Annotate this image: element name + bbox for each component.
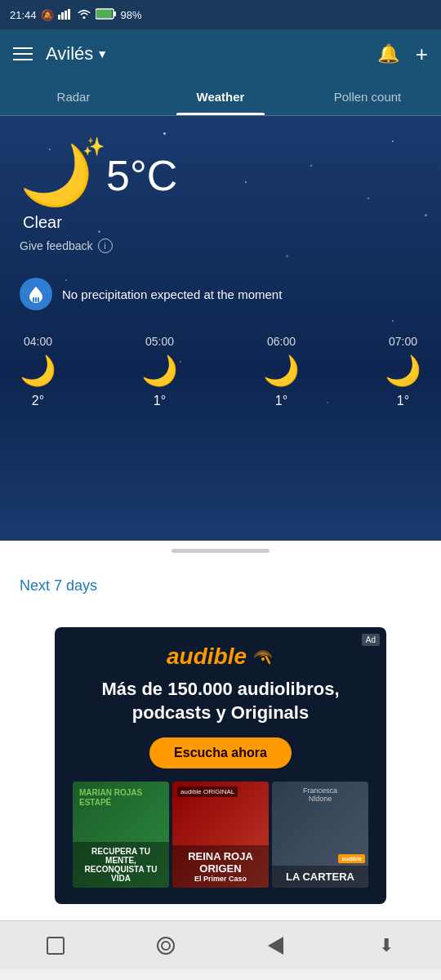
weather-condition: Clear: [23, 213, 62, 232]
add-icon[interactable]: +: [416, 42, 428, 67]
chevron-down-icon: ▼: [96, 47, 108, 60]
ad-cta-button[interactable]: Escucha ahora: [149, 737, 292, 768]
time-display: 21:44: [10, 9, 37, 21]
hour-icon-2: 🌙: [141, 356, 178, 385]
hour-time-4: 07:00: [389, 335, 417, 348]
book3-author: FrancescaNldone: [272, 782, 368, 808]
next7-section: Next 7 days: [0, 561, 441, 619]
tab-weather[interactable]: Weather: [147, 78, 294, 115]
book2-title: REINA ROJA ORIGEN El Primer Caso: [172, 845, 269, 888]
location-selector[interactable]: Avilés ▼: [46, 43, 108, 65]
book3-title: LA CARTERA: [272, 866, 368, 888]
hour-temp-4: 1°: [397, 394, 409, 408]
precip-text: No precipitation expected at the moment: [62, 287, 282, 301]
svg-point-4: [82, 16, 85, 19]
notification-icon[interactable]: 🔔: [377, 43, 399, 65]
hour-icon-1: 🌙: [20, 356, 56, 385]
svg-rect-6: [96, 10, 112, 18]
info-icon: i: [98, 238, 113, 253]
home-button[interactable]: [149, 929, 182, 962]
svg-rect-7: [114, 11, 116, 16]
ad-content: audible Más de 150.000 audiolibros, podc…: [55, 627, 386, 904]
hour-time-3: 06:00: [267, 335, 296, 348]
svg-line-12: [266, 657, 270, 663]
precipitation-icon: [20, 278, 52, 310]
app-header: Avilés ▼ 🔔 +: [0, 29, 441, 78]
down-arrow-icon: ⬇: [379, 935, 394, 956]
hour-item-2: 05:00 🌙 1°: [141, 335, 178, 408]
battery-icon: [96, 8, 117, 22]
ad-books: MARIAN ROJAS ESTAPÉ RECUPERA TU MENTE, R…: [71, 782, 370, 888]
feedback-label: Give feedback: [20, 239, 93, 252]
location-name: Avilés: [46, 43, 93, 65]
hour-temp-3: 1°: [275, 394, 287, 408]
hour-time-1: 04:00: [24, 335, 52, 348]
navigation-tabs: Radar Weather Pollen count: [0, 78, 441, 116]
triangle-icon: [268, 937, 283, 955]
audible-logo: audible: [71, 644, 370, 670]
weather-moon-icon: 🌙 ✨: [20, 140, 93, 210]
recents-button[interactable]: [39, 929, 72, 962]
alarm-icon: 🔕: [41, 9, 54, 21]
svg-point-11: [261, 657, 265, 661]
hour-item-3: 06:00 🌙 1°: [263, 335, 300, 408]
hourly-forecast: 04:00 🌙 2° 05:00 🌙 1° 06:00 🌙 1° 07:00 🌙…: [20, 335, 421, 416]
give-feedback-button[interactable]: Give feedback i: [20, 238, 113, 253]
tab-pollen-count[interactable]: Pollen count: [294, 78, 441, 115]
book1-author: MARIAN ROJAS ESTAPÉ: [79, 788, 163, 808]
hour-icon-4: 🌙: [385, 356, 421, 385]
current-weather-display: 🌙 ✨ 5°C Clear Give feedback i: [20, 140, 421, 253]
circle-icon: [157, 937, 175, 955]
back-button[interactable]: [260, 929, 292, 962]
hour-item-1: 04:00 🌙 2°: [20, 335, 56, 408]
status-bar: 21:44 🔕 98%: [0, 0, 441, 29]
down-button[interactable]: ⬇: [370, 929, 403, 962]
next7-title: Next 7 days: [20, 577, 421, 595]
hour-item-4: 07:00 🌙 1°: [385, 335, 421, 408]
signal-indicator: [58, 8, 73, 22]
tab-radar[interactable]: Radar: [0, 78, 147, 115]
hamburger-menu-button[interactable]: [13, 47, 33, 60]
weather-section: 🌙 ✨ 5°C Clear Give feedback i No precipi…: [0, 116, 441, 541]
wifi-icon: [77, 8, 91, 22]
book-cover-1: MARIAN ROJAS ESTAPÉ RECUPERA TU MENTE, R…: [73, 782, 169, 888]
book-cover-2: audible ORIGINAL REINA ROJA ORIGEN El Pr…: [172, 782, 269, 888]
book1-title: RECUPERA TU MENTE, RECONQUISTA TU VIDA: [73, 842, 169, 888]
svg-rect-0: [58, 15, 60, 20]
scroll-indicator: [0, 541, 441, 561]
precipitation-notice: No precipitation expected at the moment: [20, 278, 421, 310]
square-icon: [47, 937, 65, 955]
hour-temp-2: 1°: [154, 394, 166, 408]
bottom-navigation: ⬇: [0, 920, 441, 969]
hour-time-2: 05:00: [145, 335, 174, 348]
svg-rect-1: [61, 12, 64, 20]
scroll-pill: [172, 549, 270, 553]
ad-box[interactable]: Ad audible Más de 150.000 audiolibros, p…: [55, 627, 386, 904]
hour-temp-1: 2°: [32, 394, 44, 408]
ad-headline: Más de 150.000 audiolibros, podcasts y O…: [71, 678, 370, 724]
current-temperature: 5°C: [106, 151, 177, 200]
svg-rect-2: [65, 11, 67, 20]
book-cover-3: FrancescaNldone LA CARTERA audible: [272, 782, 368, 888]
ad-badge: Ad: [362, 634, 380, 646]
svg-rect-3: [68, 9, 70, 20]
ad-container: Ad audible Más de 150.000 audiolibros, p…: [0, 619, 441, 920]
hour-icon-3: 🌙: [263, 356, 300, 385]
battery-percent: 98%: [121, 9, 142, 21]
